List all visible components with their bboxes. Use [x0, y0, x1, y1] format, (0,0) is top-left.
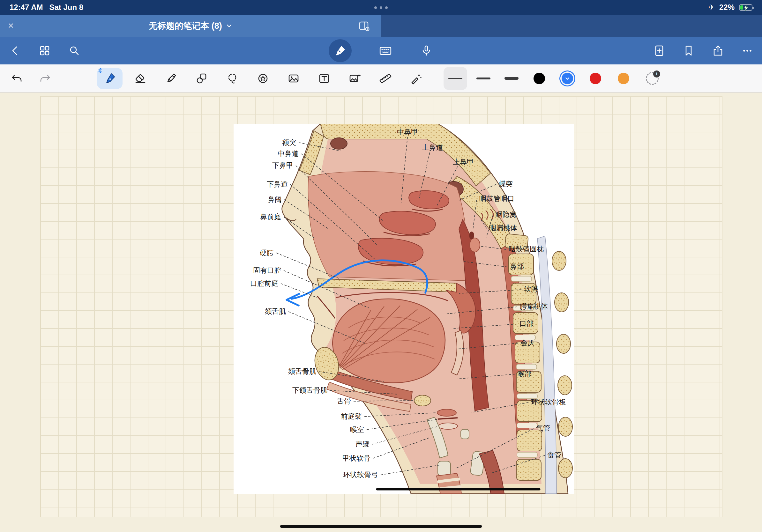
- anatomy-label: 上鼻道: [422, 144, 443, 152]
- edit-mode-button[interactable]: [329, 39, 352, 62]
- laser-pen-icon: [410, 72, 422, 85]
- notebook-tab[interactable]: ✕ 无标题的笔记本 (8): [0, 15, 381, 37]
- main-toolbar: [0, 37, 762, 64]
- anatomy-label: 鼻阈: [268, 195, 282, 204]
- sticker-tool[interactable]: [256, 71, 270, 86]
- bookmark-icon: [682, 44, 695, 57]
- canvas-area[interactable]: 额突中鼻道下鼻甲下鼻道鼻阈鼻前庭硬腭固有口腔口腔前庭颏舌肌颏舌骨肌下颌舌骨肌舌骨…: [0, 93, 762, 532]
- tab-strip: ✕ 无标题的笔记本 (8): [0, 15, 762, 37]
- search-icon: [68, 44, 80, 57]
- anatomy-label: 下鼻道: [267, 180, 288, 188]
- anatomy-label: 环状软骨板: [531, 398, 566, 406]
- notebook-title[interactable]: 无标题的笔记本 (8): [149, 20, 222, 32]
- share-icon: [712, 44, 724, 57]
- stroke-medium-button[interactable]: [476, 71, 491, 86]
- battery-percent: 22%: [719, 3, 734, 12]
- microphone-icon: [420, 44, 433, 57]
- pen-mode-icon: [334, 44, 346, 57]
- anatomy-label: 蝶突: [499, 180, 513, 188]
- anatomy-label: 咽鼓管咽口: [479, 195, 514, 203]
- anatomy-label: 口腔前庭: [250, 279, 278, 287]
- share-button[interactable]: [711, 44, 725, 58]
- elements-tool[interactable]: [348, 71, 362, 86]
- anatomy-illustration: 额突中鼻道下鼻甲下鼻道鼻阈鼻前庭硬腭固有口腔口腔前庭颏舌肌颏舌骨肌下颌舌骨肌舌骨…: [234, 124, 574, 494]
- text-tool[interactable]: [317, 71, 331, 86]
- anatomy-label: 环状软骨弓: [343, 471, 378, 479]
- add-page-button[interactable]: [652, 44, 666, 58]
- anatomy-label: 中鼻道: [277, 150, 299, 158]
- shapes-tool[interactable]: [194, 71, 209, 86]
- stroke-thick-button[interactable]: [504, 71, 518, 86]
- ruler-icon: [379, 72, 392, 85]
- anatomy-label: 固有口腔: [253, 266, 281, 274]
- ruler-tool[interactable]: [378, 71, 393, 86]
- battery-icon: [739, 4, 752, 11]
- date: Sat Jun 8: [49, 3, 83, 12]
- color-orange[interactable]: [618, 73, 629, 84]
- page-view-icon[interactable]: [357, 20, 370, 32]
- multitask-dots-icon: [374, 6, 388, 9]
- lasso-tool[interactable]: [225, 71, 239, 86]
- chevron-left-icon: [9, 44, 22, 57]
- back-button[interactable]: [8, 44, 22, 58]
- anatomy-label: 下鼻甲: [272, 162, 293, 169]
- custom-color-button[interactable]: +: [646, 72, 658, 85]
- home-indicator[interactable]: [280, 525, 482, 528]
- sticker-star-icon: [257, 72, 269, 85]
- anatomy-label: 颏舌肌: [265, 307, 286, 315]
- color-red[interactable]: [590, 73, 601, 84]
- eraser-tool[interactable]: [133, 71, 147, 86]
- lasso-icon: [226, 72, 239, 85]
- anatomy-label: 声襞: [355, 440, 369, 448]
- microphone-button[interactable]: [419, 44, 433, 58]
- anatomy-label: 前庭襞: [341, 412, 362, 420]
- color-black[interactable]: [534, 73, 545, 84]
- redo-icon: [39, 72, 52, 85]
- anatomy-label: 腭扁桃体: [520, 302, 548, 310]
- chevron-down-icon[interactable]: [226, 23, 232, 29]
- color-blue-selected[interactable]: [562, 73, 573, 84]
- shapes-icon: [195, 72, 208, 85]
- pencil-bluetooth-icon: [98, 68, 103, 75]
- chevron-down-icon: [565, 76, 570, 81]
- anatomy-label: 咽鼓管圆枕: [509, 245, 544, 253]
- more-button[interactable]: [740, 44, 754, 58]
- stroke-thin-button[interactable]: [448, 71, 462, 86]
- anatomy-label: 会厌: [520, 339, 534, 347]
- thumbnails-button[interactable]: [38, 44, 52, 58]
- anatomy-label: 上鼻甲: [453, 158, 474, 166]
- close-tab-icon[interactable]: ✕: [8, 21, 14, 30]
- search-button[interactable]: [67, 44, 81, 58]
- anatomy-label: 喉部: [518, 370, 532, 378]
- undo-icon: [10, 72, 23, 85]
- anatomy-label: 咽隐窝: [495, 211, 517, 219]
- laser-pointer-tool[interactable]: [409, 71, 423, 86]
- anatomy-label: 鼻前庭: [260, 213, 281, 221]
- redo-button[interactable]: [38, 71, 52, 86]
- anatomy-image[interactable]: 额突中鼻道下鼻甲下鼻道鼻阈鼻前庭硬腭固有口腔口腔前庭颏舌肌颏舌骨肌下颌舌骨肌舌骨…: [234, 124, 574, 494]
- anatomy-label: 喉室: [350, 426, 364, 433]
- keyboard-button[interactable]: [378, 44, 393, 58]
- anatomy-label: 舌骨: [337, 397, 351, 405]
- anatomy-label: 鼻部: [510, 262, 524, 270]
- anatomy-label: 下颌舌骨肌: [292, 386, 327, 394]
- anatomy-label: 中鼻甲: [397, 128, 418, 136]
- add-page-icon: [653, 44, 666, 57]
- tongue: [333, 299, 445, 383]
- anatomy-label: 甲状软骨: [343, 454, 370, 462]
- keyboard-icon: [379, 44, 392, 57]
- notebook-page[interactable]: 额突中鼻道下鼻甲下鼻道鼻阈鼻前庭硬腭固有口腔口腔前庭颏舌肌颏舌骨肌下颌舌骨肌舌骨…: [40, 96, 723, 517]
- undo-button[interactable]: [10, 71, 24, 86]
- elements-icon: [348, 72, 361, 85]
- anatomy-label: 食管: [547, 451, 561, 459]
- add-color-icon: +: [653, 71, 660, 78]
- nasal-cavity: [308, 171, 469, 281]
- anatomy-label: 气管: [536, 424, 550, 432]
- image-tool[interactable]: [286, 71, 301, 86]
- bookmark-button[interactable]: [682, 44, 696, 58]
- highlighter-tool[interactable]: [164, 71, 178, 86]
- charging-bolt-icon: [744, 5, 748, 11]
- tools-toolbar: +: [0, 64, 762, 93]
- pen-tool[interactable]: [103, 71, 117, 86]
- eraser-icon: [134, 72, 147, 85]
